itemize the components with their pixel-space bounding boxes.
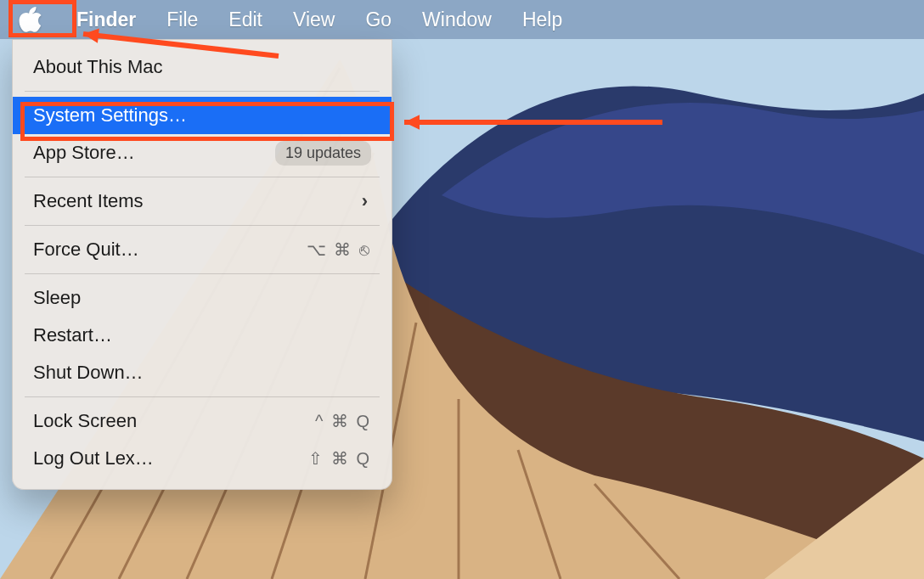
keyboard-shortcut: ^ ⌘ Q — [315, 411, 371, 431]
menu-recent-items[interactable]: Recent Items › — [13, 183, 392, 220]
keyboard-shortcut: ⌥ ⌘ ⎋ — [307, 239, 371, 260]
menu-label: System Settings… — [33, 104, 371, 126]
menu-separator — [25, 91, 380, 92]
menu-window[interactable]: Window — [407, 8, 507, 31]
chevron-right-icon: › — [362, 190, 368, 212]
menu-view[interactable]: View — [278, 8, 350, 31]
menu-label: App Store… — [33, 142, 275, 164]
menu-sleep[interactable]: Sleep — [13, 279, 392, 317]
apple-logo-icon — [19, 7, 42, 32]
menu-label: Sleep — [33, 287, 371, 309]
menu-help[interactable]: Help — [507, 8, 578, 31]
menu-about-this-mac[interactable]: About This Mac — [13, 48, 392, 86]
keyboard-shortcut: ⇧ ⌘ Q — [308, 448, 371, 469]
menu-restart[interactable]: Restart… — [13, 317, 392, 354]
menu-label: About This Mac — [33, 56, 371, 78]
menu-edit[interactable]: Edit — [213, 8, 278, 31]
menu-log-out[interactable]: Log Out Lex… ⇧ ⌘ Q — [13, 440, 392, 477]
menu-separator — [25, 225, 380, 226]
menu-separator — [25, 273, 380, 274]
menu-label: Restart… — [33, 324, 371, 346]
menu-force-quit[interactable]: Force Quit… ⌥ ⌘ ⎋ — [13, 231, 392, 268]
menu-shut-down[interactable]: Shut Down… — [13, 354, 392, 391]
menu-app-store[interactable]: App Store… 19 updates — [13, 134, 392, 171]
menu-label: Shut Down… — [33, 362, 371, 384]
menu-separator — [25, 396, 380, 397]
menu-label: Lock Screen — [33, 410, 315, 432]
menu-bar: Finder File Edit View Go Window Help — [0, 0, 924, 39]
updates-badge: 19 updates — [275, 141, 371, 166]
active-app-name[interactable]: Finder — [61, 8, 151, 31]
apple-menu-dropdown: About This Mac System Settings… App Stor… — [12, 39, 392, 490]
menu-go[interactable]: Go — [350, 8, 407, 31]
menu-system-settings[interactable]: System Settings… — [13, 97, 392, 134]
apple-menu-button[interactable] — [0, 0, 61, 39]
menu-file[interactable]: File — [151, 8, 213, 31]
menu-separator — [25, 177, 380, 177]
menu-label: Recent Items — [33, 190, 362, 212]
menu-label: Force Quit… — [33, 239, 307, 261]
menu-lock-screen[interactable]: Lock Screen ^ ⌘ Q — [13, 402, 392, 440]
menu-label: Log Out Lex… — [33, 447, 308, 469]
